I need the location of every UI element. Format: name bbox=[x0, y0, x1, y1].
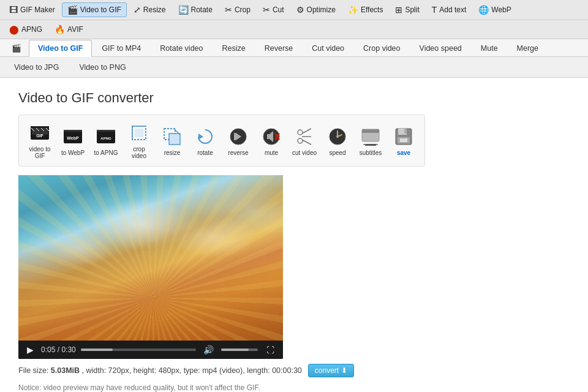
icon-btn-cut-video[interactable]: cut video bbox=[288, 123, 320, 159]
tool-apng[interactable]: ⬤ APNG bbox=[4, 22, 48, 37]
cut-video-tool-icon bbox=[293, 126, 315, 148]
add-text-icon: T bbox=[432, 5, 437, 15]
rotate-icon: 🔄 bbox=[178, 5, 189, 15]
fullscreen-button[interactable]: ⛶ bbox=[264, 344, 277, 356]
volume-slider[interactable] bbox=[221, 349, 258, 351]
icon-btn-save[interactable]: save bbox=[388, 123, 420, 159]
tab-video-to-jpg[interactable]: Video to JPG bbox=[5, 59, 68, 75]
top-toolbar: 🎞 GIF Maker 🎬 Video to GIF ⤢ Resize 🔄 Ro… bbox=[0, 0, 588, 20]
svg-rect-10 bbox=[64, 130, 82, 132]
icon-btn-to-webp[interactable]: WebP to WebP bbox=[57, 123, 89, 159]
mute-tool-icon bbox=[260, 126, 282, 148]
tab-merge[interactable]: Merge bbox=[508, 40, 548, 56]
to-webp-tool-icon: WebP bbox=[62, 126, 84, 148]
resize-tool-icon bbox=[161, 126, 183, 148]
webp-icon: 🌐 bbox=[478, 5, 489, 15]
tool-avif[interactable]: 🔥 AVIF bbox=[49, 22, 89, 37]
tab-video-to-png[interactable]: Video to PNG bbox=[70, 59, 135, 75]
tab-crop-video[interactable]: Crop video bbox=[354, 40, 409, 56]
svg-point-36 bbox=[336, 135, 339, 138]
current-time: 0:05 / 0:30 bbox=[41, 345, 76, 354]
rotate-tool-icon bbox=[194, 126, 216, 148]
icon-btn-subtitles[interactable]: subtitles bbox=[355, 123, 386, 159]
volume-fill bbox=[221, 349, 249, 351]
tool-gif-maker[interactable]: 🎞 GIF Maker bbox=[4, 2, 61, 17]
volume-button[interactable]: 🔊 bbox=[201, 344, 216, 356]
icon-btn-resize[interactable]: resize bbox=[156, 123, 188, 159]
svg-text:APNG: APNG bbox=[100, 137, 111, 140]
svg-rect-25 bbox=[234, 133, 236, 140]
svg-rect-13 bbox=[97, 130, 115, 132]
icon-btn-reverse[interactable]: reverse bbox=[222, 123, 254, 159]
progress-bar-fill bbox=[81, 349, 113, 351]
tab-rotate-video[interactable]: Rotate video bbox=[151, 40, 212, 56]
svg-point-31 bbox=[298, 138, 303, 143]
tool-split[interactable]: ⊞ Split bbox=[390, 2, 424, 17]
svg-text:GIF: GIF bbox=[36, 134, 43, 138]
icon-btn-speed[interactable]: speed bbox=[322, 123, 353, 159]
icon-btn-mute[interactable]: mute bbox=[255, 123, 287, 159]
tool-video-to-gif[interactable]: 🎬 Video to GIF bbox=[62, 2, 127, 17]
avif-icon: 🔥 bbox=[55, 24, 65, 34]
tab-cut-video[interactable]: Cut video bbox=[303, 40, 353, 56]
tab-mute[interactable]: Mute bbox=[472, 40, 507, 56]
split-icon: ⊞ bbox=[395, 5, 402, 15]
convert-button[interactable]: convert ⬇ bbox=[308, 364, 354, 377]
tab-gif-to-mp4[interactable]: GIF to MP4 bbox=[92, 40, 150, 56]
svg-point-30 bbox=[298, 130, 303, 135]
svg-rect-20 bbox=[169, 134, 180, 145]
tool-rotate[interactable]: 🔄 Rotate bbox=[173, 2, 218, 17]
resize-icon: ⤢ bbox=[134, 5, 141, 15]
notice-text: Notice: video preview may have reduced q… bbox=[18, 383, 570, 392]
reverse-tool-icon bbox=[227, 126, 249, 148]
crop-video-tool-icon bbox=[128, 122, 150, 144]
file-info-text: File size: 5.03MiB , width: 720px, heigh… bbox=[18, 366, 302, 375]
tab-reverse[interactable]: Reverse bbox=[255, 40, 303, 56]
svg-marker-22 bbox=[198, 134, 203, 140]
speed-tool-icon bbox=[326, 126, 349, 148]
cut-icon: ✂ bbox=[263, 5, 270, 15]
svg-rect-40 bbox=[365, 144, 376, 146]
effects-icon: ✨ bbox=[348, 5, 358, 15]
optimize-icon: ⚙ bbox=[296, 5, 304, 15]
subtitles-tool-icon bbox=[360, 126, 382, 148]
progress-bar[interactable] bbox=[81, 349, 196, 351]
icon-btn-rotate[interactable]: rotate bbox=[189, 123, 221, 159]
tab-video-speed[interactable]: Video speed bbox=[410, 40, 471, 56]
svg-text:WebP: WebP bbox=[67, 136, 79, 140]
play-button[interactable]: ▶ bbox=[24, 344, 36, 356]
tab-resize[interactable]: Resize bbox=[213, 40, 254, 56]
icon-btn-crop-video[interactable]: crop video bbox=[123, 119, 155, 162]
gif-maker-icon: 🎞 bbox=[9, 5, 18, 15]
tool-add-text[interactable]: T Add text bbox=[426, 2, 472, 17]
svg-line-33 bbox=[302, 140, 311, 145]
svg-rect-38 bbox=[362, 129, 379, 133]
svg-rect-16 bbox=[135, 129, 143, 137]
tab-clapperboard[interactable]: 🎬 bbox=[5, 39, 28, 56]
tool-crop[interactable]: ✂ Crop bbox=[219, 2, 256, 17]
video-controls: ▶ 0:05 / 0:30 🔊 ⛶ bbox=[18, 341, 283, 359]
tool-cut[interactable]: ✂ Cut bbox=[257, 2, 290, 17]
tool-effects[interactable]: ✨ Effects bbox=[342, 2, 388, 17]
svg-rect-43 bbox=[404, 129, 407, 134]
tab-bar: 🎬 Video to GIF GIF to MP4 Rotate video R… bbox=[0, 39, 588, 57]
second-toolbar: ⬤ APNG 🔥 AVIF bbox=[0, 20, 588, 39]
file-info: File size: 5.03MiB , width: 720px, heigh… bbox=[18, 364, 570, 377]
svg-rect-45 bbox=[400, 138, 407, 142]
to-apng-tool-icon: APNG bbox=[95, 126, 117, 148]
crop-icon: ✂ bbox=[225, 5, 232, 15]
tool-resize[interactable]: ⤢ Resize bbox=[128, 2, 172, 17]
tool-optimize[interactable]: ⚙ Optimize bbox=[291, 2, 341, 17]
icon-btn-to-apng[interactable]: APNG to APNG bbox=[90, 123, 122, 159]
tool-webp[interactable]: 🌐 WebP bbox=[473, 2, 516, 17]
apng-icon: ⬤ bbox=[9, 24, 19, 34]
tab-video-to-gif[interactable]: Video to GIF bbox=[29, 40, 92, 57]
save-tool-icon bbox=[393, 126, 415, 148]
page-title: Video to GIF converter bbox=[18, 90, 570, 106]
clapperboard-icon: 🎬 bbox=[12, 44, 21, 53]
video-container: ▶ 0:05 / 0:30 🔊 ⛶ bbox=[18, 175, 283, 359]
svg-rect-7 bbox=[31, 126, 49, 128]
main-content: Video to GIF converter GIF video to GIF bbox=[0, 78, 588, 392]
video-to-gif-tool-icon: GIF bbox=[29, 122, 51, 144]
icon-btn-video-to-gif[interactable]: GIF video to GIF bbox=[24, 119, 56, 162]
